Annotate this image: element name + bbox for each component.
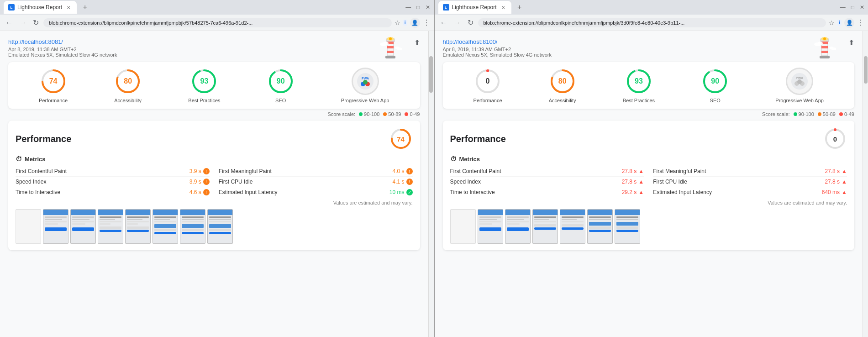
maximize-btn-right[interactable]: □ xyxy=(851,4,854,11)
right-values-note: Values are estimated and may vary. xyxy=(450,200,847,205)
right-score-seo[interactable]: 90 SEO xyxy=(701,68,729,103)
right-metric-si: Speed Index 27.8 s ▲ xyxy=(450,177,644,187)
right-extension-icon[interactable]: i xyxy=(837,20,842,26)
right-perf-label: Performance xyxy=(473,98,502,103)
right-score-performance[interactable]: 0 Performance xyxy=(473,68,502,103)
left-bookmark-icon[interactable]: ☆ xyxy=(395,19,400,26)
close-btn-right[interactable]: ✕ xyxy=(860,4,864,11)
left-menu-icon[interactable]: ⋮ xyxy=(423,18,430,27)
right-metric-fci: First CPU Idle 27.8 s ▲ xyxy=(653,177,847,187)
right-score-bestpractices[interactable]: 93 Best Practices xyxy=(623,68,655,103)
svg-point-6 xyxy=(389,37,392,40)
left-scrollbar[interactable] xyxy=(428,31,434,337)
right-refresh-btn[interactable]: ↻ xyxy=(466,16,475,29)
right-account-icon[interactable]: 👤 xyxy=(844,18,854,28)
svg-rect-3 xyxy=(387,46,394,48)
svg-rect-31 xyxy=(821,51,828,53)
left-extension-icon[interactable]: i xyxy=(403,20,407,26)
left-back-btn[interactable]: ← xyxy=(4,17,15,29)
right-metric-fmp: First Meaningful Paint 27.8 s ▲ xyxy=(653,166,847,177)
right-url-link[interactable]: http://localhost:8100/ xyxy=(443,38,498,45)
right-forward-btn[interactable]: → xyxy=(452,17,463,29)
right-metrics-header: ⏱ Metrics xyxy=(450,155,847,163)
right-share-btn[interactable]: ⬆ xyxy=(848,38,854,47)
left-lh-header: http://localhost:8081/ Apr 8, 2019, 11:3… xyxy=(8,37,420,58)
minimize-btn-left[interactable]: — xyxy=(405,4,411,11)
svg-point-38 xyxy=(829,47,834,49)
right-title-bar: L Lighthouse Report ✕ + — □ ✕ xyxy=(435,0,868,15)
left-score-accessibility[interactable]: 80 Accessibility xyxy=(114,68,142,103)
minimize-btn-right[interactable]: — xyxy=(840,4,846,11)
left-title-bar: L Lighthouse Report ✕ + — □ ✕ xyxy=(0,0,434,15)
right-lh-meta: http://localhost:8100/ Apr 8, 2019, 11:3… xyxy=(443,37,552,58)
left-score-seo[interactable]: 90 SEO xyxy=(267,68,295,103)
left-url-link[interactable]: http://localhost:8081/ xyxy=(8,38,63,45)
right-menu-icon[interactable]: ⋮ xyxy=(857,18,864,27)
left-metric-fmp: First Meaningful Paint 4.0 s ! xyxy=(219,166,413,177)
svg-point-9 xyxy=(383,42,389,45)
right-pwa-label: Progressive Web App xyxy=(775,98,824,103)
left-tab-active[interactable]: L Lighthouse Report ✕ xyxy=(4,1,77,14)
svg-point-51 xyxy=(797,79,802,84)
right-browser-window: L Lighthouse Report ✕ + — □ ✕ ← → ↻ ☆ i xyxy=(435,0,868,337)
left-window-controls: — □ ✕ xyxy=(405,4,430,11)
left-score-pwa[interactable]: PWA Progressive Web App xyxy=(341,68,389,103)
svg-point-11 xyxy=(395,47,400,49)
right-score-scale: Score scale: 90-100 50-89 0-49 xyxy=(443,111,855,117)
right-address-input[interactable] xyxy=(478,18,826,27)
left-lh-meta: http://localhost:8081/ Apr 8, 2019, 11:3… xyxy=(8,37,117,58)
left-forward-btn[interactable]: → xyxy=(17,17,28,29)
left-metric-tti: Time to Interactive 4.6 s ! xyxy=(16,187,210,197)
right-device: Emulated Nexus 5X, Simulated Slow 4G net… xyxy=(443,52,552,58)
left-browser-window: L Lighthouse Report ✕ + — □ ✕ ← → ↻ ☆ i xyxy=(0,0,435,337)
svg-text:PWA: PWA xyxy=(362,77,369,80)
right-address-bar: ← → ↻ ☆ i 👤 ⋮ xyxy=(435,15,868,31)
right-tab-active[interactable]: L Lighthouse Report ✕ xyxy=(438,1,511,14)
right-metric-tti: Time to Interactive 29.2 s ▲ xyxy=(450,187,644,197)
right-tab-favicon: L xyxy=(443,4,449,11)
right-score-accessibility[interactable]: 80 Accessibility xyxy=(549,68,576,103)
left-new-tab-btn[interactable]: + xyxy=(79,1,91,14)
svg-text:PWA: PWA xyxy=(796,76,803,79)
right-perf-section: Performance 0 xyxy=(443,121,855,250)
right-scrollbar[interactable] xyxy=(863,31,868,337)
left-perf-section: Performance 74 ⏱ xyxy=(8,121,420,250)
left-lighthouse-icon xyxy=(379,35,402,71)
left-share-btn[interactable]: ⬆ xyxy=(414,38,420,47)
close-btn-left[interactable]: ✕ xyxy=(426,4,430,11)
left-bp-label: Best Practices xyxy=(188,98,220,103)
left-refresh-btn[interactable]: ↻ xyxy=(31,16,41,29)
left-pwa-label: Progressive Web App xyxy=(341,98,389,103)
right-new-tab-btn[interactable]: + xyxy=(513,1,526,14)
right-back-btn[interactable]: ← xyxy=(438,17,449,29)
left-account-icon[interactable]: 👤 xyxy=(410,18,420,28)
maximize-btn-left[interactable]: □ xyxy=(416,4,420,11)
svg-rect-30 xyxy=(821,46,828,48)
left-date: Apr 8, 2019, 11:38 AM GMT+2 xyxy=(8,47,117,52)
svg-rect-34 xyxy=(820,56,830,58)
left-metric-eil: Estimated Input Latency 10 ms ✓ xyxy=(219,187,413,197)
right-score-pwa[interactable]: PWA Progressive Web App xyxy=(775,68,824,103)
svg-point-36 xyxy=(817,42,823,45)
left-tab-close[interactable]: ✕ xyxy=(65,4,72,11)
right-bookmark-icon[interactable]: ☆ xyxy=(829,19,835,26)
left-address-bar: ← → ↻ ☆ i 👤 ⋮ xyxy=(0,15,434,31)
left-address-input[interactable] xyxy=(43,18,392,27)
right-window-controls: — □ ✕ xyxy=(840,4,864,11)
right-filmstrip xyxy=(450,209,847,244)
left-content: http://localhost:8081/ Apr 8, 2019, 11:3… xyxy=(0,31,434,337)
left-score-performance[interactable]: 74 Performance xyxy=(39,68,68,103)
left-score-bestpractices[interactable]: 93 Best Practices xyxy=(188,68,220,103)
right-lighthouse-icon xyxy=(813,35,836,69)
right-seo-label: SEO xyxy=(710,98,721,103)
right-score-cards: 0 Performance 80 xyxy=(443,62,855,109)
left-score-scale: Score scale: 90-100 50-89 0-49 xyxy=(8,111,420,117)
left-metrics-header: ⏱ Metrics xyxy=(16,155,413,163)
right-bp-label: Best Practices xyxy=(623,98,655,103)
right-date: Apr 8, 2019, 11:39 AM GMT+2 xyxy=(443,47,552,52)
svg-rect-4 xyxy=(387,51,394,53)
right-tab-close[interactable]: ✕ xyxy=(500,4,507,11)
svg-rect-7 xyxy=(385,56,395,58)
left-score-cards: 74 Performance 80 xyxy=(8,62,420,109)
left-perf-label: Performance xyxy=(39,98,68,103)
